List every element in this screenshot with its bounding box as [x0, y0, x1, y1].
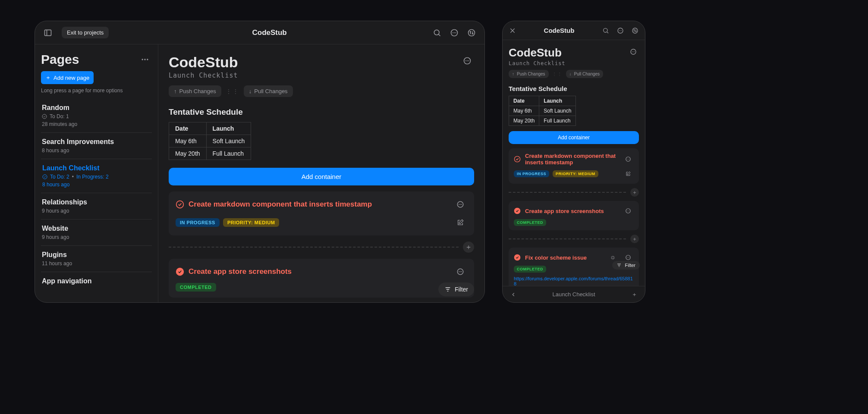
exit-button[interactable]: Exit to projects	[62, 27, 109, 38]
table-cell: Full Launch	[206, 147, 251, 160]
filter-button[interactable]: Filter	[612, 261, 640, 270]
sidebar-item-random[interactable]: Random To Do: 1 28 minutes ago	[41, 99, 152, 132]
task-check-icon[interactable]	[176, 267, 184, 276]
doc-subtitle: Launch Checklist	[509, 60, 566, 66]
svg-point-51	[627, 159, 627, 159]
push-button[interactable]: ↑ Push Changes	[509, 70, 549, 78]
svg-point-27	[461, 271, 462, 272]
sync-icon[interactable]	[629, 25, 641, 36]
sync-icon[interactable]	[465, 26, 478, 40]
svg-point-48	[634, 51, 635, 52]
add-between-button[interactable]: ＋	[630, 188, 639, 197]
filter-label: Filter	[625, 263, 635, 268]
drag-handle-icon[interactable]: ⋮⋮	[552, 72, 563, 76]
pull-label: Pull Changes	[574, 72, 600, 76]
svg-point-18	[176, 201, 184, 208]
filter-button[interactable]: Filter	[438, 282, 474, 296]
drag-handle-icon[interactable]: ⋮⋮	[226, 90, 239, 93]
page-title: App navigation	[42, 277, 151, 285]
page-time: 8 hours ago	[42, 147, 151, 154]
sidebar-more-icon[interactable]	[138, 53, 152, 66]
table-row: May 6th Soft Launch	[169, 135, 251, 147]
task-card[interactable]: Create app store screenshots COMPLETED	[169, 259, 474, 298]
task-check-icon[interactable]	[514, 156, 521, 163]
add-between-button[interactable]: ＋	[463, 242, 474, 253]
svg-point-22	[461, 204, 462, 205]
sidebar-item-search[interactable]: Search Improvements 8 hours ago	[41, 132, 152, 159]
document-main: CodeStub Launch Checklist ↑ Push Changes…	[158, 44, 484, 302]
svg-line-39	[607, 32, 608, 33]
search-icon[interactable]	[600, 25, 611, 36]
push-button[interactable]: ↑ Push Changes	[169, 85, 221, 97]
breadcrumb-bar: Launch Checklist ＋	[503, 286, 645, 302]
svg-point-12	[42, 114, 47, 119]
svg-point-5	[453, 32, 453, 33]
pull-button[interactable]: ↓ Pull Changes	[566, 70, 603, 78]
table-cell: Soft Launch	[539, 106, 576, 116]
upload-icon: ↑	[174, 88, 177, 94]
svg-point-52	[628, 159, 628, 159]
toolbar: Exit to projects CodeStub	[35, 21, 484, 44]
add-between-button[interactable]: ＋	[630, 235, 639, 243]
doc-title: CodeStub	[509, 46, 566, 60]
task-more-icon[interactable]	[623, 205, 634, 216]
svg-point-26	[460, 271, 461, 272]
more-icon[interactable]	[447, 26, 461, 40]
sidebar-toggle-icon[interactable]	[41, 26, 55, 40]
schedule-table: Date Launch May 6th Soft Launch May 20th…	[169, 122, 251, 160]
task-more-icon[interactable]	[453, 198, 467, 211]
task-check-icon[interactable]	[514, 207, 521, 214]
task-more-icon[interactable]	[453, 265, 467, 279]
compact-main: CodeStub Launch Checklist ↑ Push Changes…	[503, 40, 645, 286]
back-icon[interactable]	[508, 289, 519, 300]
close-icon[interactable]	[507, 25, 518, 36]
doc-subtitle: Launch Checklist	[169, 72, 238, 79]
section-heading: Tentative Schedule	[509, 85, 639, 92]
svg-point-13	[43, 175, 47, 179]
sidebar-item-plugins[interactable]: Plugins 11 hours ago	[41, 245, 152, 272]
table-header: Launch	[206, 122, 251, 135]
divider: ＋	[169, 242, 474, 253]
task-check-icon[interactable]	[176, 200, 184, 209]
page-time: 8 hours ago	[42, 182, 151, 188]
filter-icon	[616, 263, 622, 268]
svg-point-43	[621, 30, 622, 31]
svg-point-8	[469, 29, 475, 36]
page-title: Plugins	[42, 251, 151, 259]
add-icon[interactable]: ＋	[629, 289, 640, 300]
svg-point-2	[434, 30, 439, 35]
edit-icon[interactable]	[453, 216, 467, 229]
push-label: Push Changes	[517, 72, 545, 76]
pull-button[interactable]: ↓ Pull Changes	[244, 85, 293, 97]
doc-more-icon[interactable]	[460, 54, 474, 68]
svg-point-41	[619, 30, 620, 31]
task-more-icon[interactable]	[623, 154, 634, 165]
add-container-button[interactable]: Add container	[169, 168, 474, 185]
svg-point-46	[632, 51, 632, 52]
sidebar-item-navigation[interactable]: App navigation	[41, 272, 152, 290]
svg-point-15	[465, 60, 466, 61]
download-icon: ↓	[569, 72, 572, 76]
add-page-button[interactable]: ＋ Add new page	[41, 71, 94, 84]
task-card[interactable]: Create markdown component that inserts t…	[509, 148, 639, 184]
svg-point-6	[454, 32, 455, 33]
svg-point-54	[514, 208, 520, 213]
table-row: May 20th Full Launch	[169, 147, 251, 160]
sidebar-item-launch[interactable]: Launch Checklist To Do: 2 • In Progress:…	[41, 159, 152, 193]
svg-point-38	[604, 28, 607, 32]
task-link[interactable]: https://forums.developer.apple.com/forum…	[514, 276, 634, 286]
more-icon[interactable]	[615, 25, 626, 36]
doc-more-icon[interactable]	[628, 46, 639, 57]
edit-icon[interactable]	[623, 168, 634, 179]
task-check-icon[interactable]	[514, 254, 521, 261]
sidebar-item-website[interactable]: Website 9 hours ago	[41, 219, 152, 245]
upload-icon: ↑	[512, 72, 514, 76]
svg-point-20	[459, 204, 459, 205]
task-title: Create app store screenshots	[189, 267, 449, 276]
add-container-button[interactable]: Add container	[509, 131, 639, 144]
page-time: 9 hours ago	[42, 208, 151, 214]
search-icon[interactable]	[430, 26, 444, 40]
sidebar-item-relationships[interactable]: Relationships 9 hours ago	[41, 193, 152, 219]
task-card[interactable]: Create markdown component that inserts t…	[169, 191, 474, 235]
task-card[interactable]: Create app store screenshots COMPLETED	[509, 201, 639, 230]
